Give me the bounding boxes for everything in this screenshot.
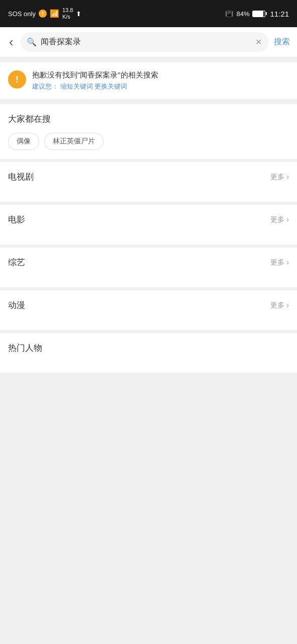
movie-title: 电影 — [8, 214, 25, 225]
variety-header: 综艺 更多 › — [8, 257, 289, 268]
anime-section: 动漫 更多 › — [0, 290, 297, 330]
hot-figures-section: 热门人物 — [0, 333, 297, 373]
trending-section-header: 大家都在搜 — [8, 113, 289, 125]
movie-header: 电影 更多 › — [8, 214, 289, 225]
battery-percent: 84% — [236, 10, 249, 18]
status-bar: SOS only ! 📶 13.8K/s ⬆ 📳 84% 11:21 — [0, 0, 297, 27]
clear-button[interactable]: ✕ — [254, 36, 263, 48]
hot-figures-header: 热门人物 — [8, 342, 289, 354]
variety-section: 综艺 更多 › — [0, 248, 297, 287]
clock: 11:21 — [270, 10, 289, 18]
shorten-keyword[interactable]: 缩短关键词 — [60, 83, 93, 90]
trending-section: 大家都在搜 偶像 林正英僵尸片 — [0, 104, 297, 159]
upload-icon: ⬆ — [76, 10, 81, 18]
vibrate-icon: 📳 — [225, 10, 233, 18]
search-bar: ‹ 🔍 闻香探案录 ✕ 搜索 — [0, 27, 297, 57]
movie-section: 电影 更多 › — [0, 205, 297, 245]
search-magnifier-icon: 🔍 — [27, 37, 37, 47]
search-input[interactable]: 闻香探案录 — [41, 37, 250, 47]
status-left: SOS only ! 📶 13.8K/s ⬆ — [8, 7, 81, 20]
battery-icon — [252, 11, 267, 17]
tag-zombie[interactable]: 林正英僵尸片 — [44, 133, 104, 150]
bottom-area — [0, 376, 297, 517]
wifi-icon: 📶 — [50, 9, 59, 18]
network-speed: 13.8K/s — [62, 7, 73, 20]
no-result-suggestion: 建议您： 缩短关键词 更换关键词 — [32, 82, 158, 91]
tv-drama-title: 电视剧 — [8, 171, 34, 183]
anime-more-button[interactable]: 更多 › — [270, 301, 289, 310]
no-result-notice: ! 抱歉没有找到"闻香探案录"的相关搜索 建议您： 缩短关键词 更换关键词 — [0, 62, 297, 99]
warning-icon: ! — [8, 70, 26, 89]
hot-figures-title: 热门人物 — [8, 342, 42, 354]
search-button[interactable]: 搜索 — [274, 37, 290, 47]
trending-tags: 偶像 林正英僵尸片 — [8, 133, 289, 150]
sos-text: SOS only — [8, 10, 36, 18]
trending-title: 大家都在搜 — [8, 113, 51, 125]
no-result-text: 抱歉没有找到"闻香探案录"的相关搜索 建议您： 缩短关键词 更换关键词 — [32, 70, 158, 91]
tv-drama-header: 电视剧 更多 › — [8, 171, 289, 183]
search-input-wrapper: 🔍 闻香探案录 ✕ — [21, 32, 269, 52]
anime-title: 动漫 — [8, 299, 25, 311]
status-right: 📳 84% 11:21 — [225, 10, 289, 18]
movie-more-button[interactable]: 更多 › — [270, 215, 289, 224]
change-keyword[interactable]: 更换关键词 — [94, 83, 127, 90]
tv-drama-more-button[interactable]: 更多 › — [270, 173, 289, 182]
variety-title: 综艺 — [8, 257, 25, 268]
no-result-message: 抱歉没有找到"闻香探案录"的相关搜索 — [32, 70, 158, 80]
back-button[interactable]: ‹ — [7, 32, 16, 52]
tag-idol[interactable]: 偶像 — [8, 133, 39, 150]
variety-more-button[interactable]: 更多 › — [270, 258, 289, 267]
exclaim-icon: ! — [39, 10, 47, 18]
anime-header: 动漫 更多 › — [8, 299, 289, 311]
tv-drama-section: 电视剧 更多 › — [0, 162, 297, 202]
